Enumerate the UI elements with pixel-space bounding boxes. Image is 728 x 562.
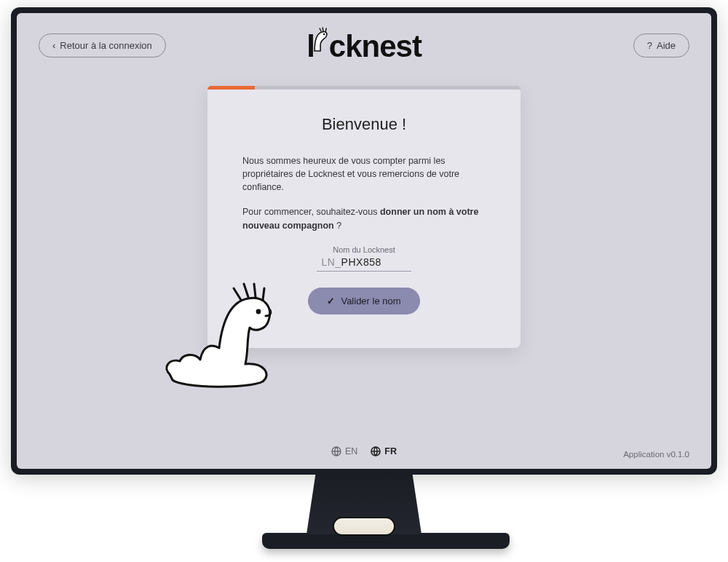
footer: EN FR Application v0.1.0 bbox=[17, 434, 711, 469]
help-button[interactable]: ? Aide bbox=[633, 33, 689, 58]
monitor-frame: ‹ Retour à la connexion l cknest bbox=[11, 7, 717, 475]
globe-icon bbox=[331, 446, 341, 456]
globe-icon bbox=[371, 446, 381, 456]
name-field[interactable]: LN_ bbox=[317, 256, 411, 272]
welcome-title: Bienvenue ! bbox=[242, 115, 486, 134]
svg-point-0 bbox=[323, 33, 325, 36]
help-button-label: Aide bbox=[657, 40, 676, 51]
nessie-mascot-icon bbox=[162, 272, 293, 389]
chevron-left-icon: ‹ bbox=[52, 41, 55, 50]
back-button-label: Retour à la connexion bbox=[60, 40, 151, 51]
app-screen: ‹ Retour à la connexion l cknest bbox=[17, 13, 711, 469]
lang-en[interactable]: EN bbox=[331, 446, 357, 456]
field-prefix: LN_ bbox=[321, 256, 341, 268]
back-button[interactable]: ‹ Retour à la connexion bbox=[39, 33, 166, 58]
svg-point-1 bbox=[256, 309, 261, 314]
progress-bar bbox=[207, 86, 521, 90]
welcome-paragraph-2: Pour commencer, souhaitez-vous donner un… bbox=[242, 205, 486, 231]
header: ‹ Retour à la connexion l cknest bbox=[17, 13, 711, 86]
version-label: Application v0.1.0 bbox=[623, 450, 689, 459]
nessie-logo-icon bbox=[312, 25, 331, 51]
validate-button[interactable]: ✓ Valider le nom bbox=[308, 288, 419, 314]
name-input[interactable] bbox=[341, 256, 407, 268]
lang-fr[interactable]: FR bbox=[371, 446, 397, 456]
welcome-paragraph-1: Nous sommes heureux de vous compter parm… bbox=[242, 154, 486, 194]
field-label: Nom du Locknest bbox=[242, 245, 486, 254]
question-icon: ? bbox=[647, 40, 652, 51]
monitor-stand bbox=[262, 473, 466, 546]
check-icon: ✓ bbox=[327, 296, 335, 306]
brand-logo: l cknest bbox=[306, 29, 422, 64]
validate-button-label: Valider le nom bbox=[341, 296, 400, 306]
